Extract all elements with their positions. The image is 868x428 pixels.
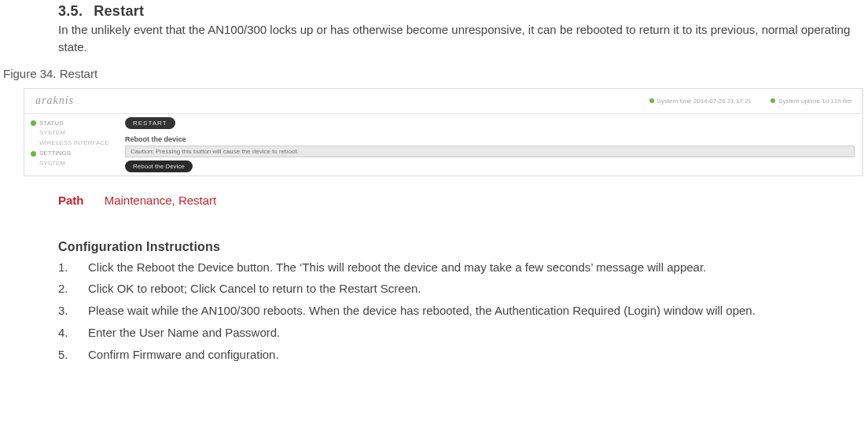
path-value: Maintenance, Restart <box>105 194 217 207</box>
figure-caption: Figure 34. Restart <box>3 67 862 80</box>
path-line: Path Maintenance, Restart <box>58 194 862 207</box>
status-dot-icon <box>31 151 36 157</box>
section-number: 3.5. <box>58 3 83 19</box>
reboot-section-title: Reboot the device <box>125 135 855 143</box>
instructions-list: Click the Reboot the Device button. The … <box>58 259 862 363</box>
instruction-step: Click OK to reboot; Click Cancel to retu… <box>58 280 862 297</box>
caution-banner: Caution: Pressing this button will cause… <box>125 146 855 157</box>
section-heading: 3.5.Restart <box>58 3 862 20</box>
section-intro: In the unlikely event that the AN100/300… <box>58 21 862 56</box>
brand-logo: araknis <box>35 94 74 107</box>
instruction-step: Confirm Firmware and configuration. <box>58 346 862 363</box>
embedded-screenshot: araknis System time 2014-07-26 21:17:21 … <box>24 88 863 176</box>
sidebar-sub-system[interactable]: SYSTEM <box>39 128 111 138</box>
status-dot-icon <box>31 120 36 126</box>
instruction-step: Please wait while the AN100/300 reboots.… <box>58 302 862 319</box>
sidebar-item-settings[interactable]: SETTINGS <box>31 149 111 159</box>
instruction-step: Click the Reboot the Device button. The … <box>58 259 862 276</box>
restart-pill: RESTART <box>125 117 175 129</box>
sidebar-sub-settings-system[interactable]: SYSTEM <box>39 159 111 169</box>
section-title: Restart <box>94 3 144 19</box>
status-system-time: System time 2014-07-26 21:17:21 <box>649 98 752 105</box>
sidebar-sub-wireless[interactable]: WIRELESS INTERFACE <box>39 138 111 149</box>
instructions-heading: Configuration Instructions <box>58 240 862 254</box>
instruction-step: Enter the User Name and Password. <box>58 324 862 341</box>
sidebar-item-status[interactable]: STATUS <box>31 119 111 129</box>
screenshot-sidebar: STATUS SYSTEM WIRELESS INTERFACE SETTING… <box>24 114 117 175</box>
status-system-uptime: System uptime 1d 11h 6m <box>771 98 851 105</box>
reboot-device-button[interactable]: Reboot the Device <box>125 160 193 172</box>
path-label: Path <box>58 194 84 207</box>
